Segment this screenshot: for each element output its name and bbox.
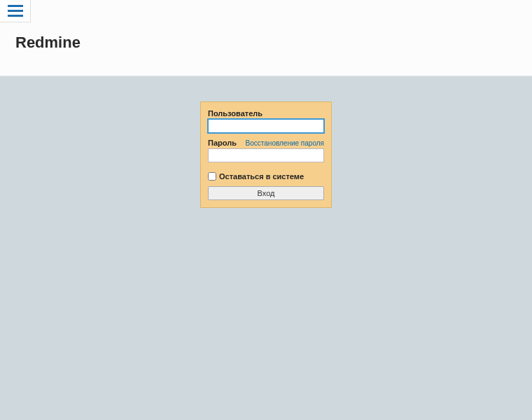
password-label: Пароль [208, 139, 237, 147]
svg-rect-1 [8, 10, 23, 12]
username-label: Пользователь [208, 109, 324, 118]
menu-button[interactable] [0, 0, 31, 22]
login-button[interactable]: Вход [208, 186, 324, 200]
lost-password-link[interactable]: Восстановление пароля [246, 139, 324, 147]
header: Redmine [0, 0, 532, 76]
username-input[interactable] [208, 119, 324, 133]
login-area: Пользователь Пароль Восстановление парол… [0, 76, 532, 208]
app-title: Redmine [15, 34, 80, 52]
login-form: Пользователь Пароль Восстановление парол… [200, 102, 332, 208]
password-row-head: Пароль Восстановление пароля [208, 139, 324, 147]
hamburger-icon [8, 5, 23, 18]
svg-rect-0 [8, 5, 23, 7]
password-input[interactable] [208, 148, 324, 162]
remember-checkbox[interactable] [208, 172, 216, 181]
remember-row: Оставаться в системе [208, 172, 324, 181]
svg-rect-2 [8, 15, 23, 17]
remember-label: Оставаться в системе [219, 172, 304, 181]
